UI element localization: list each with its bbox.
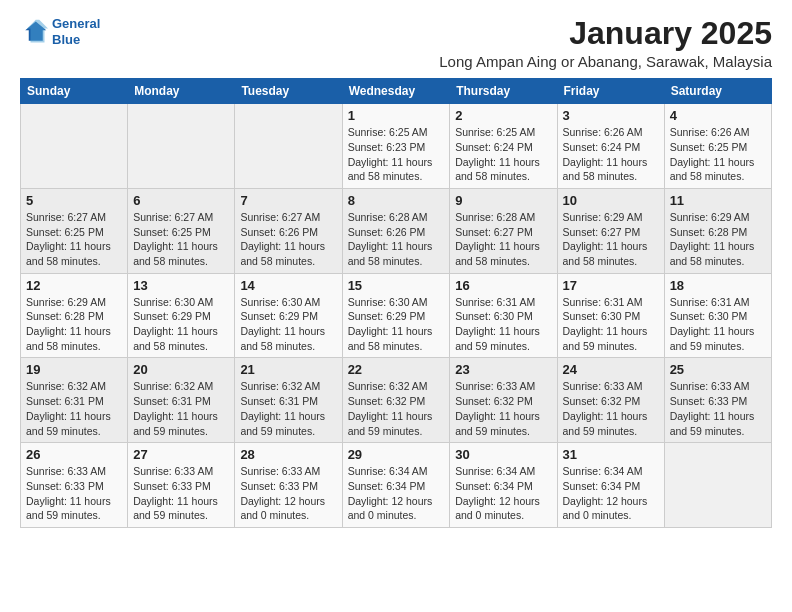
subtitle: Long Ampan Aing or Abanang, Sarawak, Mal… — [439, 53, 772, 70]
day-number: 2 — [455, 108, 551, 123]
calendar-cell — [21, 104, 128, 189]
day-info: Sunrise: 6:25 AM Sunset: 6:24 PM Dayligh… — [455, 125, 551, 184]
day-number: 10 — [563, 193, 659, 208]
day-number: 27 — [133, 447, 229, 462]
day-info: Sunrise: 6:31 AM Sunset: 6:30 PM Dayligh… — [563, 295, 659, 354]
day-info: Sunrise: 6:27 AM Sunset: 6:25 PM Dayligh… — [133, 210, 229, 269]
calendar-cell: 8Sunrise: 6:28 AM Sunset: 6:26 PM Daylig… — [342, 188, 450, 273]
weekday-row: SundayMondayTuesdayWednesdayThursdayFrid… — [21, 79, 772, 104]
day-info: Sunrise: 6:32 AM Sunset: 6:31 PM Dayligh… — [26, 379, 122, 438]
day-number: 25 — [670, 362, 766, 377]
calendar-cell: 12Sunrise: 6:29 AM Sunset: 6:28 PM Dayli… — [21, 273, 128, 358]
calendar-table: SundayMondayTuesdayWednesdayThursdayFrid… — [20, 78, 772, 528]
calendar-cell — [664, 443, 771, 528]
day-number: 11 — [670, 193, 766, 208]
day-number: 7 — [240, 193, 336, 208]
day-info: Sunrise: 6:33 AM Sunset: 6:33 PM Dayligh… — [670, 379, 766, 438]
weekday-header: Wednesday — [342, 79, 450, 104]
day-info: Sunrise: 6:33 AM Sunset: 6:33 PM Dayligh… — [133, 464, 229, 523]
day-info: Sunrise: 6:26 AM Sunset: 6:24 PM Dayligh… — [563, 125, 659, 184]
day-number: 3 — [563, 108, 659, 123]
title-section: January 2025 Long Ampan Aing or Abanang,… — [439, 16, 772, 70]
day-info: Sunrise: 6:31 AM Sunset: 6:30 PM Dayligh… — [455, 295, 551, 354]
calendar-cell: 13Sunrise: 6:30 AM Sunset: 6:29 PM Dayli… — [128, 273, 235, 358]
weekday-header: Friday — [557, 79, 664, 104]
weekday-header: Sunday — [21, 79, 128, 104]
calendar-week-row: 19Sunrise: 6:32 AM Sunset: 6:31 PM Dayli… — [21, 358, 772, 443]
calendar-cell: 23Sunrise: 6:33 AM Sunset: 6:32 PM Dayli… — [450, 358, 557, 443]
calendar-week-row: 1Sunrise: 6:25 AM Sunset: 6:23 PM Daylig… — [21, 104, 772, 189]
day-number: 31 — [563, 447, 659, 462]
calendar-cell: 28Sunrise: 6:33 AM Sunset: 6:33 PM Dayli… — [235, 443, 342, 528]
day-info: Sunrise: 6:32 AM Sunset: 6:31 PM Dayligh… — [240, 379, 336, 438]
day-number: 1 — [348, 108, 445, 123]
day-info: Sunrise: 6:29 AM Sunset: 6:27 PM Dayligh… — [563, 210, 659, 269]
day-number: 14 — [240, 278, 336, 293]
calendar-cell: 1Sunrise: 6:25 AM Sunset: 6:23 PM Daylig… — [342, 104, 450, 189]
page-header: General Blue January 2025 Long Ampan Ain… — [20, 16, 772, 70]
day-number: 9 — [455, 193, 551, 208]
calendar-cell: 17Sunrise: 6:31 AM Sunset: 6:30 PM Dayli… — [557, 273, 664, 358]
calendar-cell: 22Sunrise: 6:32 AM Sunset: 6:32 PM Dayli… — [342, 358, 450, 443]
day-info: Sunrise: 6:33 AM Sunset: 6:32 PM Dayligh… — [455, 379, 551, 438]
calendar-cell: 15Sunrise: 6:30 AM Sunset: 6:29 PM Dayli… — [342, 273, 450, 358]
calendar-cell: 9Sunrise: 6:28 AM Sunset: 6:27 PM Daylig… — [450, 188, 557, 273]
logo-text: General Blue — [52, 16, 100, 47]
day-number: 17 — [563, 278, 659, 293]
day-info: Sunrise: 6:29 AM Sunset: 6:28 PM Dayligh… — [670, 210, 766, 269]
day-number: 29 — [348, 447, 445, 462]
day-info: Sunrise: 6:27 AM Sunset: 6:26 PM Dayligh… — [240, 210, 336, 269]
calendar-cell: 20Sunrise: 6:32 AM Sunset: 6:31 PM Dayli… — [128, 358, 235, 443]
day-number: 21 — [240, 362, 336, 377]
day-info: Sunrise: 6:28 AM Sunset: 6:27 PM Dayligh… — [455, 210, 551, 269]
day-info: Sunrise: 6:34 AM Sunset: 6:34 PM Dayligh… — [455, 464, 551, 523]
calendar-cell: 27Sunrise: 6:33 AM Sunset: 6:33 PM Dayli… — [128, 443, 235, 528]
day-info: Sunrise: 6:25 AM Sunset: 6:23 PM Dayligh… — [348, 125, 445, 184]
day-number: 28 — [240, 447, 336, 462]
day-number: 30 — [455, 447, 551, 462]
calendar-cell: 26Sunrise: 6:33 AM Sunset: 6:33 PM Dayli… — [21, 443, 128, 528]
weekday-header: Tuesday — [235, 79, 342, 104]
logo: General Blue — [20, 16, 100, 47]
day-info: Sunrise: 6:34 AM Sunset: 6:34 PM Dayligh… — [563, 464, 659, 523]
day-number: 13 — [133, 278, 229, 293]
calendar-cell — [235, 104, 342, 189]
calendar-cell: 4Sunrise: 6:26 AM Sunset: 6:25 PM Daylig… — [664, 104, 771, 189]
calendar-header: SundayMondayTuesdayWednesdayThursdayFrid… — [21, 79, 772, 104]
calendar-cell: 25Sunrise: 6:33 AM Sunset: 6:33 PM Dayli… — [664, 358, 771, 443]
day-info: Sunrise: 6:31 AM Sunset: 6:30 PM Dayligh… — [670, 295, 766, 354]
calendar-cell: 5Sunrise: 6:27 AM Sunset: 6:25 PM Daylig… — [21, 188, 128, 273]
day-info: Sunrise: 6:26 AM Sunset: 6:25 PM Dayligh… — [670, 125, 766, 184]
day-number: 26 — [26, 447, 122, 462]
main-title: January 2025 — [439, 16, 772, 51]
calendar-cell: 31Sunrise: 6:34 AM Sunset: 6:34 PM Dayli… — [557, 443, 664, 528]
calendar-week-row: 26Sunrise: 6:33 AM Sunset: 6:33 PM Dayli… — [21, 443, 772, 528]
day-info: Sunrise: 6:30 AM Sunset: 6:29 PM Dayligh… — [348, 295, 445, 354]
day-info: Sunrise: 6:34 AM Sunset: 6:34 PM Dayligh… — [348, 464, 445, 523]
calendar-cell: 29Sunrise: 6:34 AM Sunset: 6:34 PM Dayli… — [342, 443, 450, 528]
weekday-header: Saturday — [664, 79, 771, 104]
day-number: 8 — [348, 193, 445, 208]
weekday-header: Monday — [128, 79, 235, 104]
day-number: 24 — [563, 362, 659, 377]
day-info: Sunrise: 6:27 AM Sunset: 6:25 PM Dayligh… — [26, 210, 122, 269]
calendar-cell: 6Sunrise: 6:27 AM Sunset: 6:25 PM Daylig… — [128, 188, 235, 273]
calendar-cell: 16Sunrise: 6:31 AM Sunset: 6:30 PM Dayli… — [450, 273, 557, 358]
day-number: 6 — [133, 193, 229, 208]
calendar-week-row: 5Sunrise: 6:27 AM Sunset: 6:25 PM Daylig… — [21, 188, 772, 273]
day-number: 12 — [26, 278, 122, 293]
day-info: Sunrise: 6:30 AM Sunset: 6:29 PM Dayligh… — [240, 295, 336, 354]
day-info: Sunrise: 6:33 AM Sunset: 6:33 PM Dayligh… — [240, 464, 336, 523]
calendar-cell: 24Sunrise: 6:33 AM Sunset: 6:32 PM Dayli… — [557, 358, 664, 443]
calendar-cell: 14Sunrise: 6:30 AM Sunset: 6:29 PM Dayli… — [235, 273, 342, 358]
day-number: 4 — [670, 108, 766, 123]
day-number: 19 — [26, 362, 122, 377]
day-info: Sunrise: 6:32 AM Sunset: 6:32 PM Dayligh… — [348, 379, 445, 438]
day-info: Sunrise: 6:29 AM Sunset: 6:28 PM Dayligh… — [26, 295, 122, 354]
calendar-cell: 18Sunrise: 6:31 AM Sunset: 6:30 PM Dayli… — [664, 273, 771, 358]
day-number: 18 — [670, 278, 766, 293]
calendar-cell: 19Sunrise: 6:32 AM Sunset: 6:31 PM Dayli… — [21, 358, 128, 443]
calendar-cell: 2Sunrise: 6:25 AM Sunset: 6:24 PM Daylig… — [450, 104, 557, 189]
day-info: Sunrise: 6:30 AM Sunset: 6:29 PM Dayligh… — [133, 295, 229, 354]
day-info: Sunrise: 6:32 AM Sunset: 6:31 PM Dayligh… — [133, 379, 229, 438]
